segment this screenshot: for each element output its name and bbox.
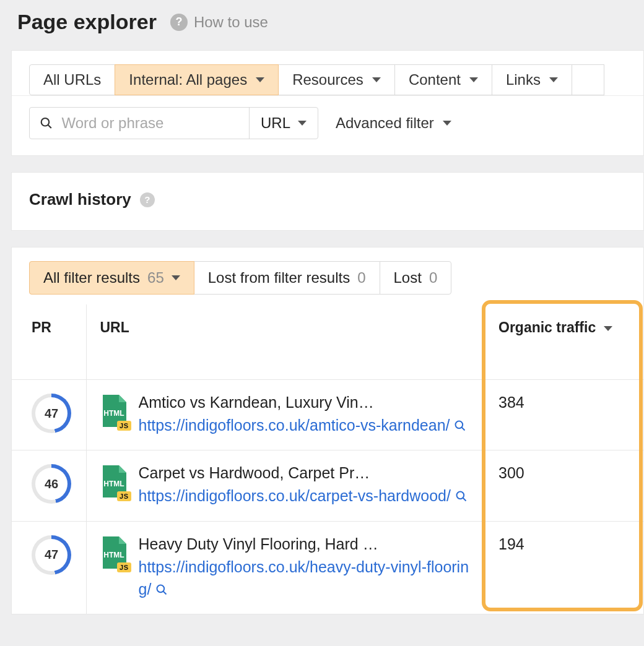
tab-lost-label: Lost xyxy=(394,269,422,286)
js-badge-icon: JS xyxy=(117,562,131,572)
html-doc-icon: HTML JS xyxy=(100,464,128,499)
search-icon[interactable] xyxy=(155,584,168,596)
how-to-use-label: How to use xyxy=(194,14,268,31)
url-scope-select[interactable]: URL xyxy=(249,108,318,139)
col-organic-traffic-label: Organic traffic xyxy=(498,319,596,335)
tab-links-label: Links xyxy=(506,71,541,88)
svg-point-6 xyxy=(456,492,464,499)
chevron-down-icon xyxy=(256,77,264,82)
pr-score-value: 46 xyxy=(35,468,67,500)
svg-line-4 xyxy=(462,428,465,431)
chevron-down-icon xyxy=(469,77,478,82)
help-icon: ? xyxy=(170,14,188,31)
page-title-text: Heavy Duty Vinyl Flooring, Hard … xyxy=(139,535,424,553)
html-doc-icon: HTML JS xyxy=(100,394,128,428)
tab-all-filter-results-count: 65 xyxy=(147,269,164,286)
page-title: Page explorer xyxy=(17,10,157,34)
chevron-down-icon xyxy=(172,275,180,280)
svg-text:HTML: HTML xyxy=(103,551,124,559)
svg-line-1 xyxy=(48,125,51,128)
organic-traffic-value: 300 xyxy=(489,450,643,521)
crawl-history-label: Crawl history xyxy=(29,190,131,209)
pr-score-ring: 46 xyxy=(32,464,71,504)
svg-text:HTML: HTML xyxy=(103,480,124,488)
page-url-link[interactable]: https://indigofloors.co.uk/amtico-vs-kar… xyxy=(139,414,479,436)
advanced-filter-button[interactable]: Advanced filter xyxy=(336,114,451,132)
chevron-down-icon xyxy=(549,77,558,82)
col-url[interactable]: URL xyxy=(86,304,489,380)
pr-score-value: 47 xyxy=(35,539,67,571)
svg-point-0 xyxy=(41,118,50,126)
tab-links[interactable]: Links xyxy=(492,64,572,95)
tab-lost[interactable]: Lost 0 xyxy=(380,261,452,295)
page-url-link[interactable]: https://indigofloors.co.uk/carpet-vs-har… xyxy=(139,484,479,507)
url-cell: HTML JS Amtico vs Karndean, Luxury Vin… … xyxy=(86,380,489,450)
url-cell: HTML JS Heavy Duty Vinyl Flooring, Hard … xyxy=(86,521,489,614)
organic-traffic-value: 194 xyxy=(489,521,643,614)
crawl-history-heading: Crawl history ? xyxy=(29,190,626,209)
svg-line-7 xyxy=(463,498,466,501)
tab-resources-label: Resources xyxy=(292,71,363,88)
chevron-down-icon xyxy=(443,121,451,126)
search-icon[interactable] xyxy=(455,490,468,502)
svg-text:HTML: HTML xyxy=(103,409,124,418)
svg-line-10 xyxy=(163,591,167,594)
table-row: 47 HTML JS Amtico vs Karndean, Luxury Vi… xyxy=(12,380,643,450)
how-to-use-link[interactable]: ? How to use xyxy=(170,14,268,31)
tab-content[interactable]: Content xyxy=(394,64,492,95)
tab-internal[interactable]: Internal: All pages xyxy=(115,64,279,95)
svg-point-3 xyxy=(456,421,463,429)
tab-lost-count: 0 xyxy=(429,269,437,286)
organic-traffic-value: 384 xyxy=(489,380,643,450)
chevron-down-icon xyxy=(372,77,381,82)
search-input-wrap xyxy=(30,108,249,139)
html-doc-icon: HTML JS xyxy=(100,535,128,570)
page-title-text: Amtico vs Karndean, Luxury Vin… xyxy=(139,394,424,411)
pr-score-value: 47 xyxy=(35,397,67,429)
svg-point-9 xyxy=(157,585,165,592)
table-row: 47 HTML JS Heavy Duty Vinyl Flooring, Ha… xyxy=(12,521,643,614)
tab-lost-from-filter[interactable]: Lost from filter results 0 xyxy=(194,261,380,295)
tab-all-filter-results-label: All filter results xyxy=(43,269,140,286)
page-title-text: Carpet vs Hardwood, Carpet Pr… xyxy=(139,464,424,482)
tab-resources[interactable]: Resources xyxy=(278,64,395,95)
pr-score-ring: 47 xyxy=(32,535,71,575)
url-cell: HTML JS Carpet vs Hardwood, Carpet Pr… h… xyxy=(86,450,489,521)
search-input[interactable] xyxy=(60,114,239,132)
tab-more[interactable] xyxy=(572,64,604,95)
pr-cell: 46 xyxy=(12,450,86,521)
col-pr[interactable]: PR xyxy=(12,304,86,380)
page-url-link[interactable]: https://indigofloors.co.uk/heavy-duty-vi… xyxy=(139,556,479,601)
table-row: 46 HTML JS Carpet vs Hardwood, Carpet Pr… xyxy=(12,450,643,521)
js-badge-icon: JS xyxy=(117,421,131,431)
tab-content-label: Content xyxy=(409,71,461,88)
tab-lost-from-filter-count: 0 xyxy=(357,269,365,286)
pr-cell: 47 xyxy=(12,380,86,450)
tab-all-filter-results[interactable]: All filter results 65 xyxy=(29,261,194,295)
tab-lost-from-filter-label: Lost from filter results xyxy=(208,269,350,286)
tab-all-urls-label: All URLs xyxy=(43,71,101,88)
url-scope-label: URL xyxy=(261,114,290,132)
pr-score-ring: 47 xyxy=(32,394,71,433)
search-icon[interactable] xyxy=(454,420,466,432)
pr-cell: 47 xyxy=(12,521,86,614)
sort-desc-icon xyxy=(604,326,612,331)
search-icon xyxy=(40,116,53,131)
chevron-down-icon xyxy=(298,121,307,126)
tab-all-urls[interactable]: All URLs xyxy=(29,64,115,95)
tab-internal-label: Internal: All pages xyxy=(129,71,247,88)
advanced-filter-label: Advanced filter xyxy=(336,114,434,132)
help-icon[interactable]: ? xyxy=(140,192,155,207)
js-badge-icon: JS xyxy=(117,491,131,501)
col-organic-traffic[interactable]: Organic traffic xyxy=(489,304,643,380)
